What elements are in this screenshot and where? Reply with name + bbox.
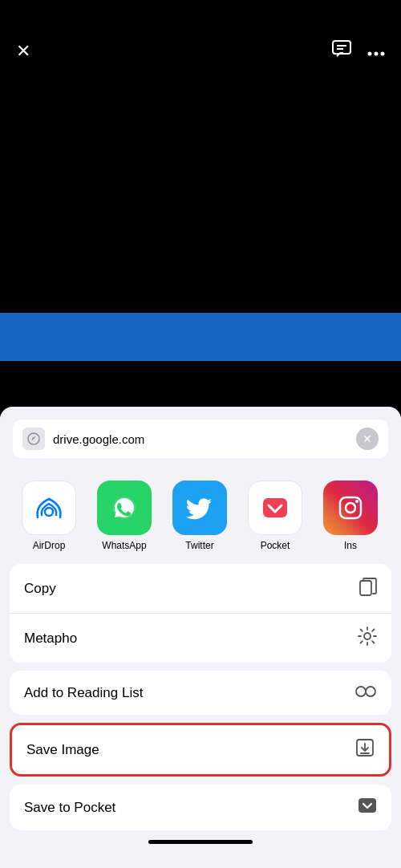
more-icon[interactable] xyxy=(367,40,385,63)
apps-scroll: AirDrop WhatsApp xyxy=(6,481,395,551)
save-image-action[interactable]: Save Image xyxy=(10,723,391,777)
url-text: drive.google.com xyxy=(53,432,144,446)
svg-point-11 xyxy=(346,503,355,513)
svg-point-14 xyxy=(364,633,371,639)
add-reading-list-action[interactable]: Add to Reading List xyxy=(10,671,391,715)
whatsapp-label: WhatsApp xyxy=(102,540,146,551)
blue-stripe xyxy=(0,313,401,361)
url-bar-left: drive.google.com xyxy=(22,428,144,450)
svg-rect-28 xyxy=(358,798,376,813)
app-whatsapp[interactable]: WhatsApp xyxy=(88,481,160,551)
twitter-icon xyxy=(172,481,227,535)
svg-line-22 xyxy=(361,641,363,643)
toolbar-right xyxy=(332,40,385,63)
save-image-label: Save Image xyxy=(26,742,99,758)
actions-group-2: Add to Reading List xyxy=(10,671,391,715)
toolbar: ✕ xyxy=(0,0,401,63)
svg-point-12 xyxy=(355,500,358,503)
save-to-pocket-label: Save to Pocket xyxy=(24,800,115,816)
copy-action[interactable]: Copy xyxy=(10,564,391,614)
svg-point-7 xyxy=(45,508,53,516)
app-pocket[interactable]: Pocket xyxy=(239,481,311,551)
url-bar-section: drive.google.com ✕ xyxy=(0,407,401,468)
svg-point-5 xyxy=(381,52,385,56)
actions-group-3: Save to Pocket xyxy=(10,785,391,830)
app-instagram[interactable]: Ins xyxy=(314,481,387,551)
copy-label: Copy xyxy=(24,581,56,597)
home-indicator xyxy=(148,840,253,844)
actions-group-1: Copy Metapho xyxy=(10,564,391,663)
pocket-icon xyxy=(248,481,302,535)
app-twitter[interactable]: Twitter xyxy=(164,481,236,551)
copy-icon xyxy=(359,577,377,600)
save-to-pocket-action[interactable]: Save to Pocket xyxy=(10,785,391,830)
whatsapp-icon xyxy=(97,481,152,535)
svg-point-24 xyxy=(366,687,375,696)
top-area: ✕ xyxy=(0,0,401,313)
compass-icon xyxy=(22,428,45,450)
metapho-icon xyxy=(358,627,377,650)
url-close-button[interactable]: ✕ xyxy=(356,428,379,450)
save-image-icon xyxy=(355,738,375,761)
reading-list-icon xyxy=(354,683,377,702)
svg-point-4 xyxy=(375,52,379,56)
app-airdrop[interactable]: AirDrop xyxy=(13,481,85,551)
airdrop-label: AirDrop xyxy=(33,540,66,551)
instagram-icon xyxy=(323,481,378,535)
url-bar: drive.google.com ✕ xyxy=(13,420,388,458)
share-sheet: drive.google.com ✕ AirDrop xyxy=(0,407,401,868)
instagram-label: Ins xyxy=(344,540,357,551)
airdrop-icon xyxy=(22,481,76,535)
svg-point-3 xyxy=(368,52,372,56)
save-pocket-icon xyxy=(358,797,377,817)
svg-rect-9 xyxy=(263,498,287,517)
metapho-label: Metapho xyxy=(24,631,77,647)
svg-point-23 xyxy=(356,687,366,696)
svg-line-19 xyxy=(361,630,363,631)
twitter-label: Twitter xyxy=(185,540,213,551)
svg-line-21 xyxy=(372,630,374,631)
metapho-action[interactable]: Metapho xyxy=(10,614,391,663)
svg-rect-0 xyxy=(333,41,350,54)
comment-icon[interactable] xyxy=(332,40,351,63)
svg-rect-13 xyxy=(360,581,371,595)
pocket-label: Pocket xyxy=(261,540,290,551)
add-reading-list-label: Add to Reading List xyxy=(24,685,143,701)
svg-line-20 xyxy=(372,641,374,643)
apps-section: AirDrop WhatsApp xyxy=(0,468,401,564)
close-button[interactable]: ✕ xyxy=(16,41,30,62)
